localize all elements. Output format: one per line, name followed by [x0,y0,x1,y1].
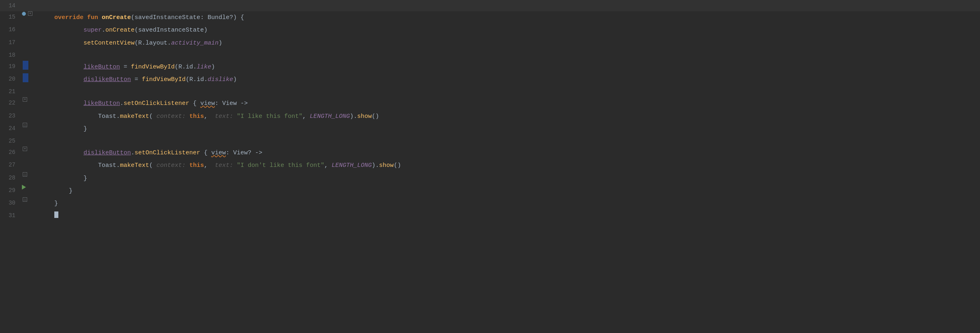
code-line-16: 16 super.onCreate(savedInstanceState) [0,24,980,36]
line-content-20: dislikeButton = findViewById(R.id.dislik… [53,73,980,86]
line-content-24: } [53,123,980,135]
line-content-21 [53,86,980,89]
code-line-24: 24 △ } [0,123,980,135]
fold-marker-15[interactable]: ▾ [28,11,32,16]
code-line-20: 20 dislikeButton = findViewById(R.id.dis… [0,73,980,86]
code-line-26: 26 ▾ dislikeButton.setOnClickListener { … [0,147,980,159]
line-content-27: Toast.makeText( context: this, text: "I … [53,159,980,172]
line-content-22: likeButton.setOnClickListener { view: Vi… [53,97,980,110]
line-content-17: setContentView(R.layout.activity_main) [53,37,980,49]
line-number-18: 18 [0,49,20,60]
line-content-19: likeButton = findViewById(R.id.like) [53,61,980,73]
code-line-27: 27 Toast.makeText( context: this, text: … [0,159,980,172]
fold-marker-30[interactable]: △ [23,197,27,202]
fold-marker-22[interactable]: ▾ [23,97,27,102]
code-lines: 14 15 ▾ override fun onCreate(savedInsta… [0,0,980,223]
line-number-27: 27 [0,159,20,170]
line-number-17: 17 [0,37,20,47]
code-line-28: 28 △ } [0,172,980,185]
line-number-29: 29 [0,185,20,195]
line-content-31 [53,210,980,223]
code-line-30: 30 △ } [0,197,980,210]
line-number-15: 15 [0,11,20,22]
line-content-23: Toast.makeText( context: this, text: "I … [53,110,980,123]
line-gutter-24[interactable]: △ [20,123,53,127]
line-content-14 [53,0,980,3]
line-content-18 [53,49,980,53]
line-gutter-30[interactable]: △ [20,197,53,202]
fold-marker-28[interactable]: △ [23,172,27,177]
fold-marker-26[interactable]: ▾ [23,147,27,151]
line-number-19: 19 [0,61,20,71]
line-content-25 [53,135,980,139]
code-line-25: 25 [0,135,980,147]
code-line-15: 15 ▾ override fun onCreate(savedInstance… [0,11,980,24]
line-number-21: 21 [0,86,20,96]
line-gutter-29 [20,185,53,190]
code-line-17: 17 setContentView(R.layout.activity_main… [0,37,980,49]
code-editor: 14 15 ▾ override fun onCreate(savedInsta… [0,0,980,333]
code-line-21: 21 [0,86,980,97]
fold-marker-24[interactable]: △ [23,123,27,127]
line-number-30: 30 [0,197,20,208]
line-gutter-28[interactable]: △ [20,172,53,177]
code-line-18: 18 [0,49,980,61]
run-icon[interactable] [22,185,26,190]
line-number-24: 24 [0,123,20,133]
line-content-29: } [53,185,980,197]
code-line-22: 22 ▾ likeButton.setOnClickListener { vie… [0,97,980,110]
code-line-14: 14 [0,0,980,11]
line-number-22: 22 [0,97,20,108]
line-number-14: 14 [0,0,20,11]
line-content-30: } [53,197,980,210]
line-gutter-20 [20,73,53,82]
line-content-15: override fun onCreate(savedInstanceState… [53,11,980,24]
line-gutter-22[interactable]: ▾ [20,97,53,102]
line-number-20: 20 [0,73,20,84]
line-number-16: 16 [0,24,20,34]
line-gutter-19 [20,61,53,70]
line-number-28: 28 [0,172,20,183]
code-line-31: 31 [0,210,980,223]
line-number-31: 31 [0,210,20,220]
line-number-23: 23 [0,110,20,121]
line-content-16: super.onCreate(savedInstanceState) [53,24,980,36]
line-gutter-15[interactable]: ▾ [20,11,53,16]
line-number-25: 25 [0,135,20,146]
line-content-26: dislikeButton.setOnClickListener { view:… [53,147,980,159]
line-content-28: } [53,172,980,185]
line-gutter-26[interactable]: ▾ [20,147,53,151]
code-line-19: 19 likeButton = findViewById(R.id.like) [0,61,980,73]
code-line-23: 23 Toast.makeText( context: this, text: … [0,110,980,123]
breakpoint-icon[interactable] [22,12,26,16]
code-line-29: 29 } [0,185,980,197]
line-number-26: 26 [0,147,20,157]
